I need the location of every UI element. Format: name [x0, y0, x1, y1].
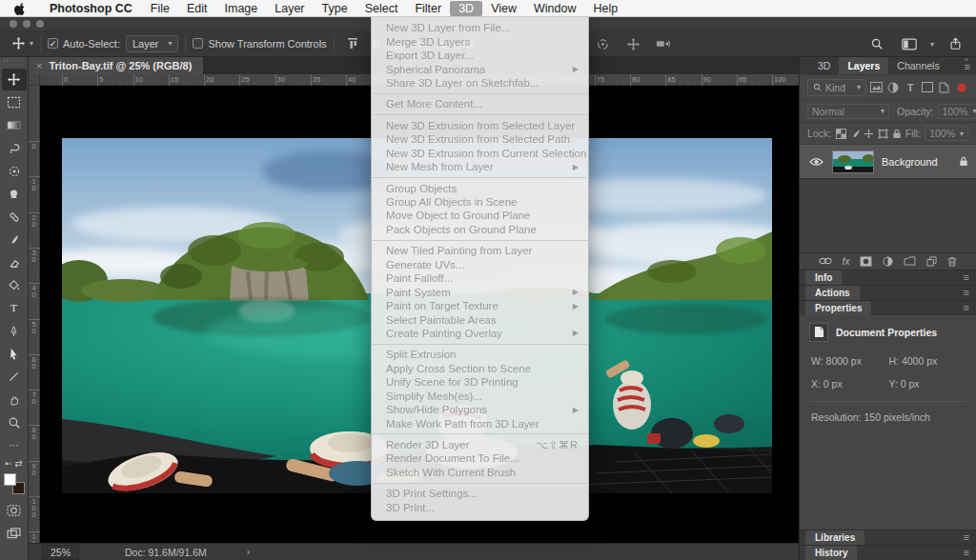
menu-item-unify-scene-for-3d-printing[interactable]: Unify Scene for 3D Printing: [372, 375, 588, 389]
history-panel-label[interactable]: History: [805, 546, 857, 560]
menubar-item-3d[interactable]: 3D: [450, 1, 482, 16]
menu-item-apply-cross-section-to-scene[interactable]: Apply Cross Section to Scene: [372, 362, 588, 375]
window-minimize-button[interactable]: [23, 20, 30, 28]
tool-preset-chevron-icon[interactable]: ▾: [30, 39, 33, 48]
dolly-3d-camera-icon[interactable]: [655, 35, 672, 52]
show-transform-checkbox[interactable]: [193, 38, 203, 49]
info-panel-label[interactable]: Info: [805, 270, 842, 285]
menu-item-split-extrusion[interactable]: Split Extrusion: [372, 348, 588, 361]
quick-selection-tool[interactable]: [2, 160, 27, 182]
tab-3d[interactable]: 3D: [809, 57, 839, 74]
layer-effects-icon[interactable]: fx: [843, 256, 850, 267]
panel-menu-icon[interactable]: ≡: [964, 533, 969, 542]
share-icon[interactable]: [946, 35, 964, 52]
info-panel-header[interactable]: Info ≡: [800, 270, 976, 285]
visibility-eye-icon[interactable]: [807, 157, 824, 167]
opacity-dropdown[interactable]: 100% ▾: [938, 104, 976, 119]
lock-all-icon[interactable]: [891, 127, 904, 140]
brush-tool[interactable]: [2, 229, 27, 250]
properties-panel-header[interactable]: Properties ≡: [800, 300, 976, 315]
menu-item-group-objects[interactable]: Group Objects: [372, 181, 588, 194]
edit-toolbar-button[interactable]: ···: [2, 434, 27, 456]
workspace-chevron-icon[interactable]: ▾: [930, 40, 934, 49]
orbit-3d-camera-icon[interactable]: [594, 35, 611, 52]
menu-item-export-3d-layer[interactable]: Export 3D Layer...: [372, 49, 588, 62]
link-layers-icon[interactable]: [819, 257, 832, 265]
delete-layer-icon[interactable]: [947, 256, 957, 267]
status-chevron-icon[interactable]: ›: [247, 547, 250, 557]
move-tool[interactable]: [2, 69, 27, 90]
menu-item-show-hide-polygons[interactable]: Show/Hide Polygons▶: [372, 403, 588, 416]
quick-mask-button[interactable]: [2, 499, 27, 521]
material-drop-tool[interactable]: [2, 274, 27, 296]
lock-position-icon[interactable]: [864, 127, 876, 140]
menu-item-new-tiled-painting-from-layer[interactable]: New Tiled Painting from Layer: [372, 244, 588, 257]
layer-mask-icon[interactable]: [860, 256, 872, 267]
menu-item-new-3d-extrusion-from-selected-layer[interactable]: New 3D Extrusion from Selected Layer: [372, 119, 588, 132]
panel-menu-icon[interactable]: ≡: [964, 273, 969, 282]
panel-menu-icon[interactable]: ≡: [964, 304, 969, 312]
menubar-item-image[interactable]: Image: [216, 1, 267, 16]
properties-panel-label[interactable]: Properties: [805, 301, 871, 315]
layer-group-icon[interactable]: [904, 256, 916, 266]
menu-item-new-3d-extrusion-from-selected-path[interactable]: New 3D Extrusion from Selected Path: [372, 132, 588, 146]
screen-mode-button[interactable]: [2, 522, 27, 544]
shape-filter-icon[interactable]: [920, 81, 934, 94]
menubar-item-edit[interactable]: Edit: [178, 1, 216, 16]
close-tab-icon[interactable]: ×: [36, 60, 42, 71]
tab-layers[interactable]: Layers: [839, 57, 888, 74]
pan-3d-camera-icon[interactable]: [624, 35, 641, 52]
adjustment-layer-icon[interactable]: [883, 256, 893, 267]
menu-item-simplify-mesh-es[interactable]: Simplify Mesh(es)...: [372, 390, 588, 403]
panel-menu-icon[interactable]: ≡: [964, 549, 969, 557]
menu-item-group-all-objects-in-scene[interactable]: Group All Objects in Scene: [372, 195, 588, 209]
new-layer-icon[interactable]: [926, 256, 937, 267]
width-field[interactable]: W: 8000 px: [811, 355, 889, 367]
menubar-item-select[interactable]: Select: [356, 1, 407, 16]
libraries-panel-header[interactable]: Libraries ≡: [800, 530, 976, 545]
gradient-tool[interactable]: [2, 114, 27, 136]
adjustment-filter-icon[interactable]: [886, 81, 901, 94]
history-panel-header[interactable]: History ≡: [800, 545, 976, 560]
actions-panel-header[interactable]: Actions ≡: [800, 285, 976, 300]
smart-object-filter-icon[interactable]: [937, 81, 951, 94]
window-close-button[interactable]: [10, 20, 17, 28]
menu-item-share-3d-layer-on-sketchfab[interactable]: Share 3D Layer on Sketchfab...: [372, 76, 588, 90]
move-tool-icon[interactable]: [10, 35, 27, 52]
menu-item-new-mesh-from-layer[interactable]: New Mesh from Layer▶: [372, 160, 588, 173]
workspace-icon[interactable]: [901, 35, 918, 52]
hand-tool[interactable]: [2, 389, 27, 410]
actions-panel-label[interactable]: Actions: [805, 286, 860, 300]
menu-item-get-more-content[interactable]: Get More Content...: [372, 97, 588, 110]
auto-select-dropdown[interactable]: Layer ▾: [126, 35, 179, 52]
menu-item-3d-print[interactable]: 3D Print...: [372, 501, 588, 514]
menu-item-paint-on-target-texture[interactable]: Paint on Target Texture▶: [372, 299, 588, 312]
kind-filter-dropdown[interactable]: Kind ▾: [807, 79, 866, 96]
menu-item-new-3d-layer-from-file[interactable]: New 3D Layer from File...: [372, 21, 588, 34]
menubar-item-layer[interactable]: Layer: [266, 1, 313, 16]
menu-item-new-3d-extrusion-from-current-selection[interactable]: New 3D Extrusion from Current Selection: [372, 147, 588, 160]
libraries-panel-label[interactable]: Libraries: [805, 530, 864, 545]
menubar-item-photoshop-cc[interactable]: Photoshop CC: [41, 1, 142, 16]
menu-item-create-painting-overlay[interactable]: Create Painting Overlay▶: [372, 327, 588, 340]
toolbar-collapse-icon[interactable]: ››: [3, 57, 10, 64]
menubar-item-view[interactable]: View: [482, 1, 525, 16]
layer-row-background[interactable]: Background: [800, 145, 976, 179]
search-icon[interactable]: [868, 35, 885, 52]
menubar-item-file[interactable]: File: [142, 1, 178, 16]
blend-mode-dropdown[interactable]: Normal ▾: [807, 104, 889, 119]
menubar-item-window[interactable]: Window: [525, 1, 584, 16]
apple-icon[interactable]: [13, 1, 26, 15]
menu-item-move-object-to-ground-plane[interactable]: Move Object to Ground Plane: [372, 209, 588, 222]
layer-thumbnail[interactable]: [832, 150, 874, 173]
menu-item-merge-3d-layers[interactable]: Merge 3D Layers: [372, 34, 588, 48]
default-colors-icon[interactable]: ▪▫: [5, 459, 11, 469]
pen-tool[interactable]: [2, 320, 27, 342]
document-tab[interactable]: × Triton-Bay.tif @ 25% (RGB/8): [29, 57, 204, 74]
x-field[interactable]: X: 0 px: [811, 378, 889, 390]
menu-item-render-3d-layer[interactable]: Render 3D Layer⌥⇧⌘R: [372, 438, 588, 451]
menu-item-render-document-to-file[interactable]: Render Document To File...: [372, 451, 588, 465]
vertical-ruler[interactable]: 01 02 03 04 05 06 07 08 09 01 0 01 1 01 …: [29, 74, 40, 543]
type-filter-icon[interactable]: T: [904, 81, 918, 94]
window-zoom-button[interactable]: [36, 20, 44, 28]
